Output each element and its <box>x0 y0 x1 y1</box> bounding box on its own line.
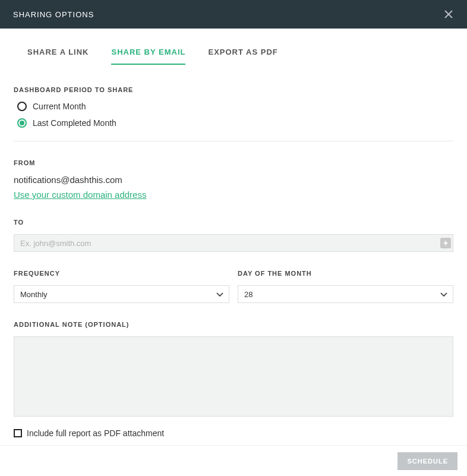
day-select[interactable]: 28 <box>238 285 453 303</box>
period-label: DASHBOARD PERIOD TO SHARE <box>14 86 453 93</box>
tab-bar: SHARE A LINK SHARE BY EMAIL EXPORT AS PD… <box>0 48 467 65</box>
radio-current-month[interactable]: Current Month <box>14 102 453 111</box>
to-input-wrapper: + <box>14 234 453 252</box>
modal-header: SHARING OPTIONS <box>0 0 467 29</box>
checkbox-label: Include full report as PDF attachment <box>27 428 164 438</box>
close-button[interactable] <box>443 9 454 20</box>
radio-checked-icon <box>17 118 27 128</box>
frequency-label: FREQUENCY <box>14 270 229 277</box>
to-label: TO <box>14 219 453 226</box>
from-email-text: notifications@dashthis.com <box>14 175 453 185</box>
plus-icon: + <box>443 239 448 247</box>
checkbox-unchecked-icon <box>14 429 22 437</box>
to-email-input[interactable] <box>14 234 453 252</box>
close-icon <box>444 10 453 18</box>
note-textarea[interactable] <box>14 336 453 417</box>
modal-body: DASHBOARD PERIOD TO SHARE Current Month … <box>0 65 467 438</box>
radio-last-month[interactable]: Last Completed Month <box>14 118 453 128</box>
radio-unchecked-icon <box>17 102 27 111</box>
from-label: FROM <box>14 159 453 166</box>
add-recipient-button[interactable]: + <box>440 238 451 248</box>
tab-export-pdf[interactable]: EXPORT AS PDF <box>208 48 277 65</box>
divider <box>14 141 453 141</box>
tab-share-email[interactable]: SHARE BY EMAIL <box>111 48 185 65</box>
modal-footer: SCHEDULE <box>0 445 467 476</box>
day-label: DAY OF THE MONTH <box>238 270 453 277</box>
modal-title: SHARING OPTIONS <box>13 10 94 19</box>
note-label: ADDITIONAL NOTE (OPTIONAL) <box>14 321 453 328</box>
radio-label: Last Completed Month <box>33 118 116 128</box>
schedule-button[interactable]: SCHEDULE <box>397 452 457 470</box>
radio-label: Current Month <box>33 102 86 111</box>
tab-share-link[interactable]: SHARE A LINK <box>27 48 89 65</box>
frequency-select[interactable]: Monthly <box>14 285 229 303</box>
pdf-attachment-checkbox[interactable]: Include full report as PDF attachment <box>14 428 453 438</box>
custom-domain-link[interactable]: Use your custom domain address <box>14 190 453 200</box>
period-radio-group: Current Month Last Completed Month <box>14 102 453 128</box>
